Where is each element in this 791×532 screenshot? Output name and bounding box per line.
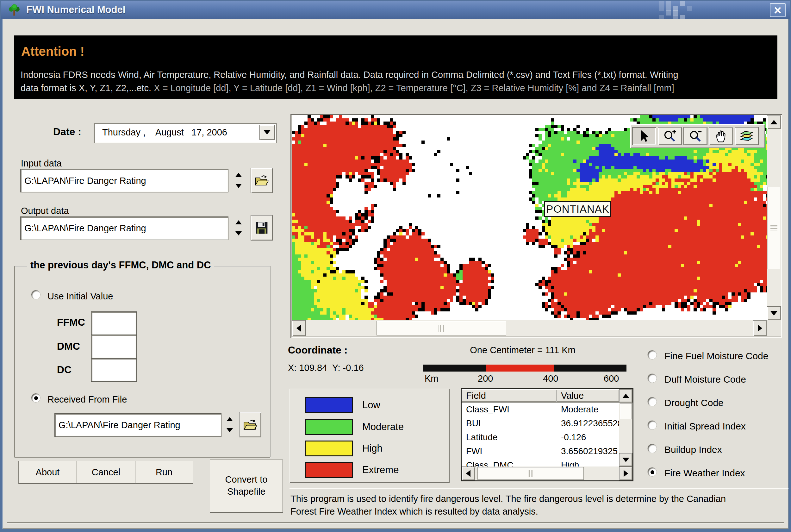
input-data-spinner[interactable] (235, 173, 242, 188)
spinner-up-icon[interactable] (235, 220, 242, 224)
dmc-index-radio[interactable] (648, 374, 657, 383)
titlebar[interactable]: FWI Numerical Model × (1, 1, 790, 19)
scroll-up-button[interactable] (767, 115, 781, 129)
attention-heading: Attention ! (21, 44, 84, 59)
zoom-out-icon (689, 129, 702, 143)
date-dropdown-button[interactable] (259, 125, 275, 140)
fwi-index-label[interactable]: Fire Weather Index (664, 468, 745, 478)
legend-panel: Low Moderate High Extreme (290, 388, 449, 483)
titlebar-mosaic-decoration (659, 1, 741, 19)
date-value: Thursday , August 17, 2006 (98, 123, 231, 141)
output-data-field[interactable] (20, 216, 228, 240)
map-hscrollbar[interactable] (292, 320, 767, 336)
table-header-field[interactable]: Field (462, 389, 557, 402)
table-vscroll-thumb[interactable] (620, 403, 632, 419)
spinner-down-icon[interactable] (235, 231, 242, 235)
convert-to-shapefile-button[interactable]: Convert to Shapefile (210, 459, 283, 513)
arrow-left-icon (466, 470, 470, 477)
cancel-button[interactable]: Cancel (77, 461, 135, 484)
table-cell[interactable]: Class_DMC (462, 458, 557, 467)
scroll-left-button[interactable] (292, 320, 306, 336)
scroll-up-button[interactable] (619, 389, 633, 402)
table-header-value[interactable]: Value (557, 389, 619, 402)
pointer-tool-button[interactable] (632, 127, 656, 145)
run-button[interactable]: Run (135, 461, 193, 484)
fwi-index-radio[interactable] (648, 467, 657, 477)
received-from-file-label[interactable]: Received From File (47, 394, 127, 405)
scroll-right-button[interactable] (619, 467, 633, 480)
grip-icon (528, 470, 534, 477)
table-cell[interactable]: 36.91223655281 (557, 417, 619, 431)
isi-index-radio[interactable] (648, 420, 657, 430)
dmc-field[interactable] (91, 335, 137, 358)
spinner-down-icon[interactable] (235, 184, 242, 188)
table-hscrollbar[interactable] (462, 467, 633, 480)
scroll-down-button[interactable] (767, 306, 781, 320)
legend-swatch-extreme (305, 462, 353, 478)
scale-segment-black2 (554, 365, 626, 372)
map-vscroll-thumb[interactable] (768, 187, 780, 269)
attention-line2: data format is X, Y, Z1, Z2,...etc. X = … (21, 83, 674, 93)
input-browse-button[interactable] (251, 168, 273, 193)
about-button[interactable]: About (18, 461, 77, 484)
table-cell[interactable]: High (557, 458, 619, 467)
use-initial-value-label[interactable]: Use Initial Value (47, 291, 113, 302)
legend-label-low: Low (362, 399, 380, 411)
map-hscroll-thumb[interactable] (377, 321, 506, 336)
date-combobox[interactable]: Thursday , August 17, 2006 (94, 123, 276, 143)
ffmc-index-radio[interactable] (648, 350, 657, 360)
layers-tool-button[interactable] (735, 127, 759, 145)
dmc-index-label[interactable]: Duff Moisture Code (664, 374, 746, 385)
pan-tool-button[interactable] (709, 127, 733, 145)
ffmc-field[interactable] (91, 311, 137, 335)
isi-index-label[interactable]: Initial Spread Index (664, 421, 746, 432)
spinner-down-icon[interactable] (227, 428, 233, 432)
chevron-down-icon (264, 130, 271, 134)
spinner-up-icon[interactable] (227, 417, 233, 421)
dc-index-radio[interactable] (648, 397, 657, 406)
table-hscroll-thumb[interactable] (478, 467, 584, 480)
open-folder-icon (243, 419, 257, 431)
open-folder-icon (254, 174, 269, 186)
table-cell[interactable]: Moderate (557, 402, 619, 417)
table-cell[interactable]: FWI (462, 444, 557, 458)
bui-index-label[interactable]: Buildup Index (664, 444, 722, 455)
scale-segment-black1 (423, 365, 486, 372)
map-vscrollbar[interactable] (767, 115, 781, 320)
scroll-right-button[interactable] (753, 320, 767, 336)
received-from-file-radio[interactable] (31, 393, 40, 402)
file-path-field[interactable] (54, 413, 221, 437)
footer-divider (290, 488, 789, 489)
table-cell[interactable]: BUI (462, 417, 557, 431)
output-save-button[interactable] (251, 215, 273, 241)
close-icon[interactable]: × (770, 3, 786, 17)
table-cell[interactable]: 3.6560219325 (557, 444, 619, 458)
ffmc-index-label[interactable]: Fine Fuel Moisture Code (664, 351, 768, 361)
dc-index-label[interactable]: Drought Code (664, 398, 724, 408)
save-floppy-icon (255, 221, 269, 235)
scroll-down-button[interactable] (619, 453, 633, 467)
zoom-out-tool-button[interactable] (683, 127, 708, 145)
dc-label: DC (57, 364, 72, 376)
legend-label-moderate: Moderate (362, 421, 404, 433)
legend-swatch-low (305, 397, 353, 413)
file-path-spinner[interactable] (227, 417, 233, 432)
input-data-field[interactable] (20, 169, 228, 192)
output-data-spinner[interactable] (235, 220, 242, 235)
spinner-up-icon[interactable] (235, 173, 242, 177)
legend-label-extreme: Extreme (362, 464, 399, 476)
bui-index-radio[interactable] (648, 444, 657, 453)
output-data-label: Output data (21, 206, 69, 216)
table-cell[interactable]: Latitude (462, 431, 557, 444)
table-cell[interactable]: -0.126 (557, 431, 619, 444)
arrow-down-icon (770, 311, 777, 316)
table-vscrollbar[interactable] (619, 389, 633, 467)
file-browse-button[interactable] (239, 412, 261, 437)
dc-field[interactable] (91, 358, 137, 382)
arrow-up-icon (770, 120, 777, 125)
table-cell[interactable]: Class_FWI (462, 402, 557, 417)
date-label: Date : (53, 126, 81, 138)
use-initial-value-radio[interactable] (31, 290, 40, 299)
scroll-left-button[interactable] (462, 467, 475, 480)
zoom-in-tool-button[interactable] (658, 127, 682, 145)
